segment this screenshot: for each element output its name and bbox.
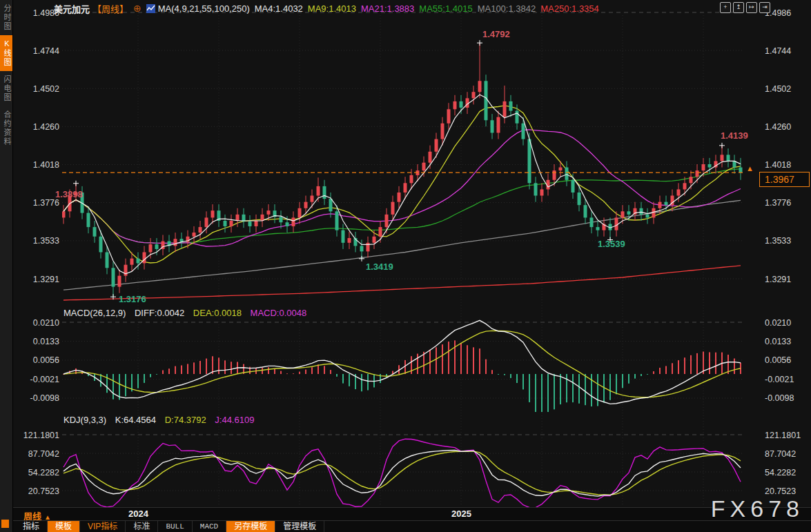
toolbar-bull-button[interactable]: BULL — [158, 521, 192, 532]
macd-hist-bar — [373, 374, 375, 387]
candle-body — [317, 186, 320, 196]
candle-body — [584, 205, 587, 217]
sidebar-item-kline-chart[interactable]: K线图 — [0, 35, 12, 71]
price-annotation: 1.3419 — [366, 262, 393, 272]
candle-body — [280, 217, 283, 222]
macd-hist-bar — [616, 374, 617, 394]
macd-hist-bar — [715, 353, 716, 374]
current-price-badge: 1.3967 — [759, 172, 810, 187]
time-axis-row: 周线▲ 2024 2025 — [0, 507, 811, 521]
y-tick-label: 0.0210 — [765, 318, 791, 328]
candle-body — [540, 189, 544, 195]
candle-body — [298, 208, 302, 218]
move-icon[interactable]: + — [720, 2, 731, 13]
macd-hist-bar — [641, 374, 642, 376]
candle-body — [87, 213, 90, 227]
candle-body — [410, 175, 413, 183]
toolbar-standard-button[interactable]: 标准 — [126, 521, 158, 532]
ma250-line — [63, 266, 741, 300]
price-annotation: 1.3898 — [55, 189, 83, 199]
main-pane — [62, 43, 743, 300]
y-tick-label: 54.2282 — [765, 468, 796, 477]
macd-hist-bar — [578, 374, 580, 404]
candle-body — [646, 215, 649, 218]
macd-hist-bar — [144, 374, 145, 383]
candle-body — [255, 221, 258, 226]
y-tick-label: 0.0133 — [765, 337, 791, 346]
y-tick-label: 121.1801 — [765, 431, 801, 440]
dea-line — [63, 331, 741, 397]
fit-horizontal-icon[interactable]: ↦ — [746, 2, 757, 13]
y-tick-label: 1.3776 — [765, 198, 791, 208]
candle-body — [621, 211, 625, 217]
macd-hist-bar — [231, 362, 232, 374]
macd-hist-bar — [106, 374, 108, 393]
ma21-value: MA21:1.3883 — [361, 3, 414, 14]
candle-body — [596, 227, 600, 230]
macd-pane — [63, 320, 741, 415]
candle-body — [702, 164, 705, 170]
ma21-line — [63, 130, 741, 246]
toolbar-manage-template-button[interactable]: 管理模板 — [275, 521, 324, 532]
candle-body — [640, 208, 643, 215]
macd-hist-bar — [367, 374, 369, 391]
y-tick-label: 0.0056 — [765, 355, 791, 365]
ma4-line — [63, 95, 741, 274]
macd-hist-bar — [734, 359, 735, 374]
candle-body — [143, 253, 146, 264]
add-indicator-icon[interactable]: ⊕ — [133, 3, 141, 14]
sidebar-item-contract-info[interactable]: 合约资料 — [0, 106, 12, 150]
macd-hist-bar — [113, 374, 114, 400]
macd-hist-bar — [361, 374, 362, 391]
macd-hist-bar — [162, 371, 164, 374]
candle-body — [509, 101, 513, 111]
pan-right-icon[interactable]: ⇥ — [759, 2, 770, 13]
candle-body — [429, 152, 432, 163]
ma55-value: MA55:1.4015 — [419, 3, 472, 14]
candle-body — [130, 259, 134, 265]
candle-body — [118, 276, 121, 287]
toolbar-save-template-button[interactable]: 另存模板 — [226, 521, 275, 532]
kdj-d-value: D:74.3792 — [165, 415, 206, 425]
candle-body — [99, 237, 103, 253]
macd-hist-bar — [168, 368, 170, 374]
y-tick-label: 87.7042 — [765, 449, 796, 459]
kdj-title: KDJ(9,3,3) — [63, 415, 106, 425]
macd-pane-header: MACD(26,12,9) DIFF:0.0042 DEA:0.0018 MAC… — [63, 308, 313, 318]
macd-hist-bar — [293, 373, 294, 374]
toolbar-macd-button[interactable]: MACD — [193, 521, 226, 532]
chart-canvas[interactable]: 1.49861.49861.47441.47441.45021.45021.42… — [0, 0, 811, 521]
chart-type-icon[interactable] — [146, 4, 155, 13]
price-marker-arrow-icon: ▲ — [746, 164, 754, 173]
candle-body — [267, 210, 271, 215]
toolbar-indicators-button[interactable]: 指标 — [15, 521, 48, 532]
macd-hist-bar — [268, 367, 269, 374]
macd-hist-bar — [535, 374, 536, 412]
y-tick-label: 20.7523 — [765, 486, 796, 496]
fit-vertical-icon[interactable]: ↥ — [733, 2, 744, 13]
y-tick-label: 54.2282 — [28, 468, 59, 477]
y-tick-label: 1.4744 — [33, 46, 59, 56]
macd-hist-bar — [690, 355, 692, 374]
y-tick-label: 1.4018 — [33, 160, 59, 170]
macd-hist-bar — [442, 344, 443, 374]
toolbar-template-button[interactable]: 模板 — [48, 521, 80, 532]
ma55-line — [63, 169, 741, 244]
sidebar-bottom-button[interactable] — [1, 520, 9, 528]
macd-hist-bar — [404, 360, 406, 374]
symbol-name: 美元加元 — [54, 2, 90, 15]
sidebar-item-lightning-chart[interactable]: 闪电图 — [0, 71, 12, 106]
candle-body — [472, 92, 476, 98]
candle-body — [721, 155, 724, 161]
candle-body — [193, 233, 196, 237]
macd-hist-bar — [305, 370, 306, 374]
candle-body — [571, 180, 575, 193]
toolbar-vip-indicators-button[interactable]: VIP指标 — [80, 521, 126, 532]
macd-hist-bar — [342, 374, 344, 384]
candle-body — [360, 246, 364, 251]
macd-hist-bar — [659, 368, 661, 374]
candle-body — [658, 202, 662, 208]
price-annotation: 1.4792 — [482, 29, 510, 39]
sidebar-item-timeline-chart[interactable]: 分时图 — [0, 0, 12, 35]
y-tick-label: 0.0133 — [33, 337, 59, 346]
